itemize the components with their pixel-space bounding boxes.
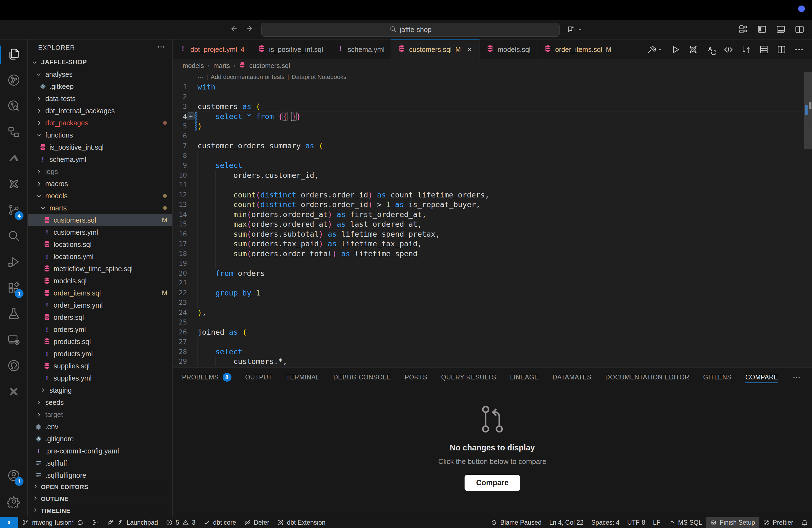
tree-item-supplies-sql[interactable]: supplies.sql [28,360,172,372]
dbt-action[interactable] [688,44,698,55]
tab-schema-yml[interactable]: !schema.yml [330,40,391,59]
command-center[interactable]: jaffle-shop [261,23,560,37]
query-results[interactable] [759,44,769,55]
status-eol[interactable]: LF [649,517,664,528]
copilot-button[interactable] [567,25,583,35]
tree-item-staging[interactable]: staging [28,384,172,396]
status-git-graph[interactable] [88,517,103,528]
activity-item-source-control[interactable]: 4 [0,197,27,223]
panel-tab-problems[interactable]: PROBLEMS8 [182,368,231,387]
status-cursor-position[interactable]: Ln 4, Col 22 [546,517,588,528]
activity-item-query-explorer[interactable] [0,93,27,120]
panel-tab-datamates[interactable]: DATAMATES [553,368,592,387]
breadcrumb-file[interactable]: customers.sql [249,62,290,70]
activity-item-dbt-power-user[interactable] [0,379,27,405]
codelens-add-docs-link[interactable]: Add documentation or tests [211,73,285,80]
split-editor-icon[interactable] [777,44,787,55]
status-dbt-core[interactable]: dbt core [199,517,240,528]
breadcrumb-item[interactable]: marts [213,62,230,70]
compile-sql[interactable] [723,44,734,55]
panel-tab-ports[interactable]: PORTS [405,368,427,387]
tree-item-is-positive-int-sql[interactable]: is_positive_int.sql [28,141,172,153]
tree-item-jaffle-shop[interactable]: JAFFLE-SHOP [28,56,172,68]
tree-item-products-yml[interactable]: !products.yml [28,348,172,360]
status-encoding[interactable]: UTF-8 [623,517,649,528]
tree-item-functions[interactable]: functions [28,129,172,141]
status-indentation[interactable]: Spaces: 4 [588,517,623,528]
tab-models-sql[interactable]: models.sql [480,40,537,59]
tab-order-items-sql[interactable]: order_items.sqlM [537,40,619,59]
gutter-plus-button[interactable]: + [187,113,195,120]
hammer-icon[interactable] [647,44,657,55]
tree-item-env[interactable]: .env [28,421,172,433]
compare-changes[interactable] [741,44,751,55]
tree-item-gitignore[interactable]: .gitignore [28,433,172,445]
more-actions-icon[interactable] [157,43,165,53]
panel-left-icon[interactable] [757,24,767,35]
status-remote-indicator[interactable] [0,517,18,528]
forward-button[interactable] [245,24,254,35]
back-button[interactable] [229,24,238,35]
more-panel-tabs-icon[interactable] [792,373,801,382]
codelens-datapilot-link[interactable]: Datapilot Notebooks [292,73,346,80]
status-blame[interactable]: Blame Paused [487,517,546,528]
panel-bottom-icon[interactable] [775,24,786,35]
tree-item-seeds[interactable]: seeds [28,396,172,408]
sidebar-section-outline[interactable]: OUTLINE [28,493,172,505]
activity-item-accounts[interactable]: 1 [0,463,27,489]
tree-item-order-items-sql[interactable]: order_items.sqlM [28,287,172,299]
run-file[interactable] [670,44,681,55]
tree-item-metricflow-time-spine-sql[interactable]: metricflow_time_spine.sql [28,263,172,275]
dbt-icon[interactable] [688,44,698,55]
tree-item-sqlfluffignore[interactable]: .sqlfluffignore [28,469,172,481]
tree-item-orders-sql[interactable]: orders.sql [28,311,172,323]
activity-item-extensions[interactable]: 1 [0,275,27,301]
tab-customers-sql[interactable]: customers.sqlM [391,40,480,59]
query-results-icon[interactable] [759,44,769,55]
tree-item-locations-yml[interactable]: !locations.yml [28,250,172,263]
activity-item-testing[interactable] [0,301,27,327]
activity-item-lineage[interactable] [0,68,27,93]
split-editor[interactable] [777,44,787,55]
spell-check[interactable] [706,44,716,55]
build-tasks[interactable] [647,44,663,55]
sidebar-section-timeline[interactable]: TIMELINE [28,505,172,517]
activity-item-run-debug[interactable] [0,249,27,275]
overview-ruler[interactable] [804,72,812,367]
tree-item-marts[interactable]: marts [28,202,172,214]
panel-tab-compare[interactable]: COMPARE [745,368,778,387]
panel-right-icon[interactable] [794,24,805,35]
tree-item-models-sql[interactable]: models.sql [28,275,172,287]
tree-item-target[interactable]: target [28,408,172,421]
panel-tab-gitlens[interactable]: GITLENS [703,368,731,387]
status-prettier[interactable]: Prettier [759,517,797,528]
tree-item-logs[interactable]: logs [28,165,172,178]
tab-dbt-project-yml[interactable]: !dbt_project.yml4 [173,40,251,59]
tree-item-schema-yml[interactable]: !schema.yml [28,153,172,165]
panel-tab-output[interactable]: OUTPUT [245,368,272,387]
activity-item-flowchart[interactable] [0,120,27,146]
tree-item-supplies-yml[interactable]: !supplies.yml [28,372,172,384]
tree-item-macros[interactable]: macros [28,178,172,190]
panel-tab-lineage[interactable]: LINEAGE [510,368,539,387]
panel-tab-documentation-editor[interactable]: DOCUMENTATION EDITOR [605,368,690,387]
panel-tab-terminal[interactable]: TERMINAL [286,368,320,387]
tree-item-dbt-internal-packages[interactable]: dbt_internal_packages [28,105,172,117]
status-language-mode[interactable]: MS SQL [664,517,706,528]
activity-item-remote-explorer[interactable] [0,327,27,353]
tree-item-data-tests[interactable]: data-tests [28,92,172,105]
tree-item-sqlfluff[interactable]: .sqlfluff [28,457,172,469]
code-icon[interactable] [723,44,734,55]
status-dbt-extension[interactable]: dbt Extension [273,517,329,528]
run-icon[interactable] [670,44,681,55]
tree-item-orders-yml[interactable]: !orders.yml [28,323,172,336]
activity-item-settings[interactable] [0,489,27,515]
breadcrumb-item[interactable]: models [183,62,204,70]
status-notifications[interactable] [797,517,812,528]
tree-item-models[interactable]: models [28,190,172,202]
activity-item-search[interactable] [0,223,27,249]
tree-item-locations-sql[interactable]: locations.sql [28,238,172,250]
activity-item-explorer[interactable] [0,42,27,68]
tree-item-analyses[interactable]: analyses [28,68,172,80]
tab-is-positive-int-sql[interactable]: is_positive_int.sql [251,40,330,59]
